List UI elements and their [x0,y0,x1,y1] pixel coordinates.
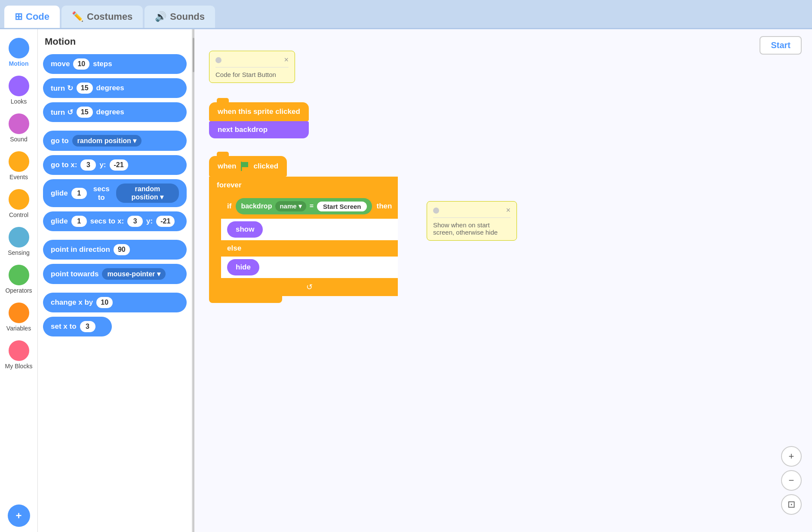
sidebar-item-looks[interactable]: Looks [0,72,37,108]
block-turn-ccw[interactable]: turn ↺ 15 degrees [43,102,187,122]
flag-clicked-stack: when clicked forever if [209,156,398,303]
forever-block[interactable]: forever if backdrop name ▾ = Start Scree… [209,177,398,296]
sidebar-sensing-label: Sensing [8,249,30,256]
if-footer: ↺ [221,278,398,296]
backdrop-label: backdrop [241,202,272,210]
comment-show-text[interactable]: Show when on start screen, otherwise hid… [433,221,511,236]
tab-sounds-label: Sounds [170,11,205,22]
sidebar: Motion Looks Sound Events Control Sensin… [0,29,38,532]
sidebar-bottom: + [8,504,30,532]
block-set-x[interactable]: set x to 3 [43,317,112,336]
name-dropdown[interactable]: name ▾ [275,201,306,211]
add-extension-button[interactable]: + [8,504,30,527]
zoom-controls: + − ⊡ [781,446,802,515]
if-body: show [221,219,398,240]
block-glide-xy[interactable]: glide 1 secs to x: 3 y: -21 [43,211,187,231]
main-layout: Motion Looks Sound Events Control Sensin… [0,29,812,532]
green-flag-icon [240,161,250,171]
svg-rect-1 [241,162,242,171]
next-backdrop-label: next backdrop [218,125,268,134]
comment-close-icon[interactable]: × [284,55,289,64]
else-body: hide [221,257,398,278]
events-icon [9,151,29,172]
show-label: show [236,225,254,233]
sound-icon [9,113,29,134]
sidebar-my-blocks-label: My Blocks [5,363,33,370]
hide-block[interactable]: hide [227,259,259,275]
tab-code[interactable]: ⊞ Code [4,6,60,28]
sidebar-events-label: Events [9,174,28,180]
if-header: if backdrop name ▾ = Start Screen then [221,194,398,219]
costumes-icon: ✏️ [72,11,83,22]
block-turn-cw[interactable]: turn ↻ 15 degrees [43,78,187,98]
variables-icon [9,303,29,323]
show-block[interactable]: show [227,221,263,238]
tab-costumes-label: Costumes [87,11,132,22]
sidebar-item-sensing[interactable]: Sensing [0,223,37,260]
when-sprite-clicked-label: when this sprite clicked [218,107,300,116]
block-move[interactable]: move 10 steps [43,54,187,74]
comment-start-button[interactable]: × Code for Start Button [209,51,295,83]
start-button[interactable]: Start [760,36,802,55]
else-bar: else [221,240,398,257]
condition-block[interactable]: backdrop name ▾ = Start Screen [236,198,372,214]
next-backdrop-block[interactable]: next backdrop [209,121,309,138]
comment-close-icon-2[interactable]: × [506,206,511,215]
sidebar-motion-label: Motion [9,60,29,67]
forever-cap [209,296,282,303]
sidebar-item-sound[interactable]: Sound [0,110,37,146]
block-point-direction[interactable]: point in direction 90 [43,240,187,260]
looks-icon [9,76,29,96]
operators-icon [9,265,29,285]
sounds-icon: 🔊 [155,11,166,22]
sidebar-operators-label: Operators [5,287,32,294]
loop-arrow-icon: ↺ [306,282,313,292]
when-flag-clicked-block[interactable]: when clicked [209,156,287,177]
comment-start-text[interactable]: Code for Start Button [215,71,289,78]
if-else-block[interactable]: if backdrop name ▾ = Start Screen then [221,194,398,296]
hide-label: hide [236,263,251,271]
block-go-to-xy[interactable]: go to x: 3 y: -21 [43,155,187,175]
sidebar-variables-label: Variables [6,325,31,332]
then-label: then [376,202,392,211]
control-icon [9,189,29,210]
sensing-icon [9,227,29,248]
palette-title: Motion [43,36,187,47]
zoom-out-button[interactable]: − [781,470,802,491]
blocks-palette: Motion move 10 steps turn ↻ 15 degrees t… [38,29,193,532]
block-glide-random[interactable]: glide 1 secs to random position ▾ [43,179,187,207]
sprite-clicked-stack: when this sprite clicked next backdrop [209,102,309,138]
if-label: if [227,202,231,211]
my-blocks-icon [9,340,29,361]
comment-dot [215,57,221,63]
sidebar-item-operators[interactable]: Operators [0,261,37,297]
comment-show-hide[interactable]: × Show when on start screen, otherwise h… [427,201,517,241]
code-icon: ⊞ [15,11,22,22]
sidebar-item-my-blocks[interactable]: My Blocks [0,337,37,373]
tab-code-label: Code [26,11,49,22]
sidebar-item-variables[interactable]: Variables [0,299,37,335]
when-sprite-clicked-block[interactable]: when this sprite clicked [209,102,309,121]
start-screen-value[interactable]: Start Screen [317,202,367,211]
zoom-in-button[interactable]: + [781,446,802,467]
when-label: when [218,162,236,171]
sidebar-sound-label: Sound [10,136,27,143]
code-canvas[interactable]: Start × Code for Start Button when this … [194,29,812,532]
equals-sign: = [310,202,314,210]
block-go-to[interactable]: go to random position ▾ [43,131,187,151]
sidebar-item-events[interactable]: Events [0,148,37,184]
sidebar-item-control[interactable]: Control [0,186,37,222]
tab-sounds[interactable]: 🔊 Sounds [145,6,215,28]
block-point-towards[interactable]: point towards mouse-pointer ▾ [43,264,187,284]
comment-dot-2 [433,208,439,214]
clicked-label: clicked [253,162,278,171]
svg-marker-0 [241,162,248,167]
tab-bar: ⊞ Code ✏️ Costumes 🔊 Sounds [0,0,812,29]
motion-icon [9,38,29,58]
sidebar-item-motion[interactable]: Motion [0,34,37,70]
block-change-x[interactable]: change x by 10 [43,293,187,312]
sidebar-looks-label: Looks [11,98,27,105]
zoom-fit-button[interactable]: ⊡ [781,494,802,515]
tab-costumes[interactable]: ✏️ Costumes [62,6,143,28]
forever-label: forever [217,181,242,189]
